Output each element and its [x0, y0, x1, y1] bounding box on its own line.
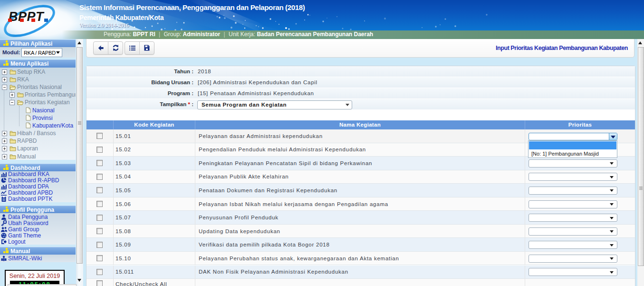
svg-text:BPPT: BPPT — [9, 10, 45, 24]
